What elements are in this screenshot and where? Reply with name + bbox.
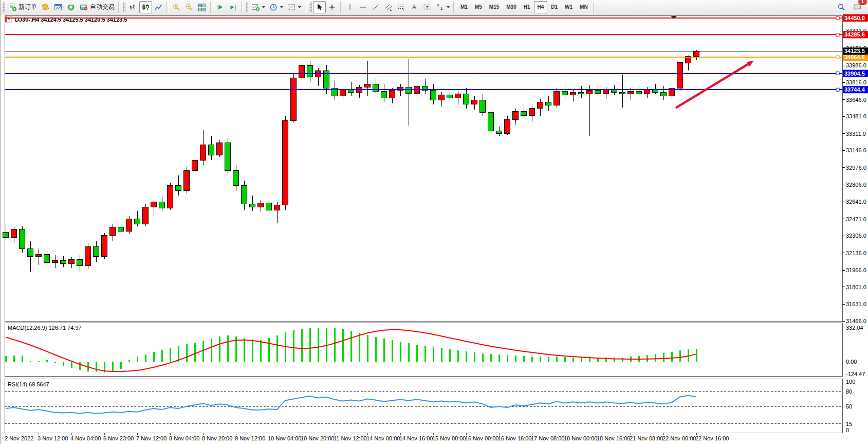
line-chart-icon: [154, 3, 163, 11]
zoom-out-icon: [185, 3, 194, 11]
zoom-in-icon: [172, 3, 181, 11]
candlestick-chart-button[interactable]: [139, 1, 152, 13]
svg-text:80: 80: [846, 388, 852, 395]
chevron-down-icon: [280, 6, 283, 8]
auto-scroll-button[interactable]: [214, 1, 227, 13]
search-icon: [837, 3, 846, 11]
svg-text:16 Nov 16:00: 16 Nov 16:00: [498, 435, 531, 441]
sticker-icon: [41, 3, 50, 11]
toolbar-grip: [123, 2, 125, 12]
svg-text:2 Nov 2022: 2 Nov 2022: [5, 435, 33, 441]
tile-windows-icon: [198, 3, 207, 11]
zoom-out-button[interactable]: [183, 1, 196, 13]
chevron-down-icon: [298, 6, 301, 8]
svg-text:14 Nov 00:00: 14 Nov 00:00: [366, 435, 400, 441]
svg-text:8 Nov 04:00: 8 Nov 04:00: [169, 435, 199, 441]
svg-text:31801.0: 31801.0: [846, 284, 866, 290]
zoom-in-button[interactable]: [170, 1, 183, 13]
new-chart-button[interactable]: [249, 1, 267, 13]
toolbar-grip: [246, 2, 248, 12]
svg-text:7 Nov 12:00: 7 Nov 12:00: [136, 435, 167, 441]
svg-text:9 Nov 12:00: 9 Nov 12:00: [235, 435, 265, 441]
timeframe-W1-button[interactable]: W1: [561, 1, 576, 13]
svg-text:18 Nov 00:00: 18 Nov 00:00: [564, 435, 597, 441]
vertical-line-icon: [346, 3, 355, 11]
text-button[interactable]: A: [408, 1, 421, 13]
timeframe-MN-button[interactable]: MN: [576, 1, 592, 13]
trendline-icon: [372, 3, 380, 11]
svg-text:33311.0: 33311.0: [846, 131, 866, 137]
svg-text:32806.0: 32806.0: [846, 182, 866, 188]
svg-text:10 Nov 04:00: 10 Nov 04:00: [268, 435, 301, 441]
svg-text:15 Nov 08:00: 15 Nov 08:00: [432, 435, 466, 441]
chart-shift-button[interactable]: [227, 1, 239, 13]
svg-text:31631.0: 31631.0: [846, 301, 866, 307]
chevron-down-icon: [447, 6, 450, 8]
svg-text:15: 15: [846, 421, 852, 427]
crosshair-button[interactable]: [326, 1, 339, 13]
svg-text:332.04: 332.04: [846, 325, 863, 331]
timeframe-D1-button[interactable]: D1: [547, 1, 561, 13]
price-chart[interactable]: DJ30-,H4 34124.5 34125.5 34120.5 34123.5…: [1, 14, 868, 444]
auto-trading-button[interactable]: 自动交易: [78, 1, 117, 13]
templates-icon: [287, 3, 296, 11]
svg-text:33904.5: 33904.5: [844, 70, 865, 77]
timeframe-H1-button[interactable]: H1: [520, 1, 534, 13]
svg-text:10 Nov 20:00: 10 Nov 20:00: [301, 435, 334, 441]
svg-text:33986.0: 33986.0: [846, 62, 866, 68]
svg-text:14 Nov 16:00: 14 Nov 16:00: [399, 435, 433, 441]
svg-text:34285.6: 34285.6: [844, 31, 865, 38]
line-chart-button[interactable]: [152, 1, 165, 13]
market-watch-button[interactable]: [52, 1, 65, 13]
svg-text:0.00: 0.00: [846, 359, 857, 365]
trendline-button[interactable]: [370, 1, 382, 13]
chart-shift-icon: [229, 3, 237, 11]
cursor-button[interactable]: [313, 1, 326, 13]
svg-text:31966.0: 31966.0: [846, 267, 866, 273]
svg-text:DJ30-,H4 34124.5 34125.5 34120: DJ30-,H4 34124.5 34125.5 34120.5 34123.5: [15, 16, 127, 23]
svg-text:34123.5: 34123.5: [844, 48, 865, 54]
svg-text:32641.0: 32641.0: [846, 199, 866, 205]
svg-text:E: E: [390, 8, 392, 11]
arrows-button[interactable]: [434, 1, 452, 13]
svg-text:33816.0: 33816.0: [846, 79, 866, 85]
toolbar-separator: [305, 2, 307, 13]
svg-text:16 Nov 00:00: 16 Nov 00:00: [465, 435, 498, 441]
bar-chart-button[interactable]: [126, 1, 139, 13]
time-axis: 2 Nov 20223 Nov 12:004 Nov 04:006 Nov 23…: [5, 433, 729, 441]
toolbar-grip: [3, 2, 5, 12]
timeframe-M30-button[interactable]: M30: [503, 1, 520, 13]
channel-button[interactable]: E: [382, 1, 395, 13]
candlestick-icon: [141, 3, 150, 11]
chevron-down-icon: [262, 6, 265, 8]
timeframe-H4-button[interactable]: H4: [534, 1, 548, 13]
toolbar-separator: [593, 2, 595, 13]
indicators-list-button[interactable]: [285, 1, 303, 13]
timeframe-M15-button[interactable]: M15: [486, 1, 503, 13]
new-order-button[interactable]: 新订单: [6, 1, 39, 13]
svg-text:31466.0: 31466.0: [846, 318, 866, 324]
svg-text:A: A: [412, 4, 416, 11]
label-button[interactable]: T: [421, 1, 434, 13]
tile-windows-button[interactable]: [196, 1, 209, 13]
cursor-icon: [315, 3, 324, 11]
label-icon: T: [423, 3, 432, 11]
search-button[interactable]: [835, 1, 848, 13]
toolbar-separator: [241, 2, 243, 13]
webinar-button[interactable]: [65, 1, 78, 13]
toolbar-separator: [118, 2, 120, 13]
sticker-button[interactable]: [39, 1, 52, 13]
timeframe-M5-button[interactable]: M5: [471, 1, 486, 13]
auto-scroll-icon: [216, 3, 225, 11]
fibonacci-button[interactable]: F: [395, 1, 408, 13]
svg-text:T: T: [426, 5, 429, 10]
svg-text:32471.0: 32471.0: [846, 216, 866, 222]
timeframe-M1-button[interactable]: M1: [457, 1, 471, 13]
svg-text:33481.0: 33481.0: [846, 113, 866, 119]
profiles-button[interactable]: [267, 1, 285, 13]
svg-text:11 Nov 12:00: 11 Nov 12:00: [334, 435, 367, 441]
clock-icon: [269, 3, 278, 11]
svg-text:33646.0: 33646.0: [846, 97, 866, 103]
vertical-line-button[interactable]: [344, 1, 357, 13]
horizontal-line-button[interactable]: [357, 1, 370, 13]
